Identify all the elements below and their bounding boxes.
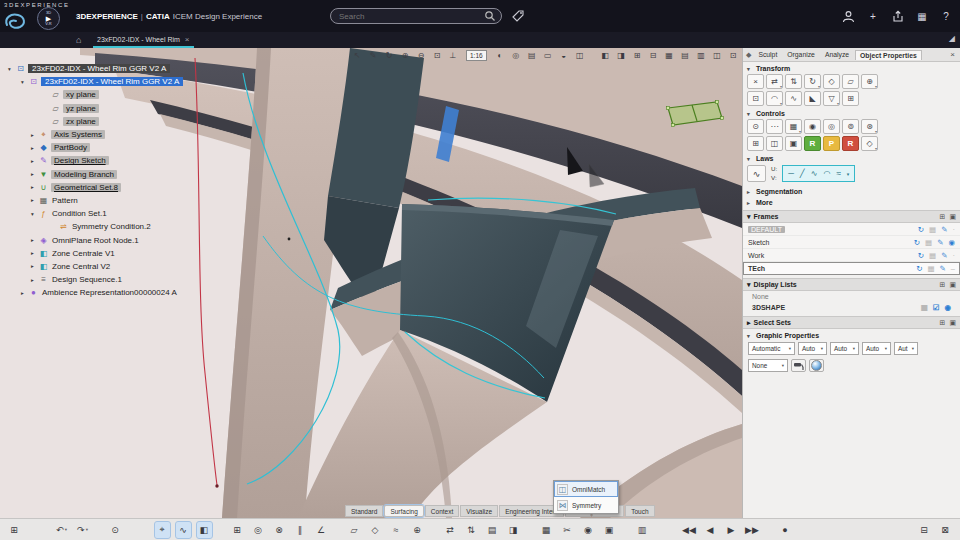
graphic-property-dropdown[interactable]: Auto ▾ <box>798 342 827 355</box>
workbench-tab[interactable]: Context <box>425 505 459 517</box>
law-shape-icon[interactable]: ≈ <box>836 169 840 178</box>
bottom-tool-icon[interactable]: ▣ <box>602 522 617 538</box>
transform-tool-icon[interactable]: ⊞ <box>842 91 859 106</box>
control-tool-icon[interactable]: ⊙ <box>747 119 764 134</box>
search-icon[interactable] <box>484 10 496 22</box>
frame-label[interactable]: Sketch <box>748 239 769 246</box>
viewport-tool-icon[interactable]: ↖ <box>350 49 364 62</box>
transform-tool-icon[interactable]: ⊕▾ <box>861 74 878 89</box>
viewport-display-icon[interactable]: ◒ <box>557 49 571 62</box>
display-lists-section-header[interactable]: ▾ Display Lists ⊞▣ <box>743 278 960 291</box>
control-tool-icon[interactable]: ▦▾ <box>785 119 802 134</box>
bottom-tool-icon[interactable]: ▶ <box>724 522 739 538</box>
display-list-icon[interactable]: ▦ <box>921 303 928 312</box>
tree-item[interactable]: ▾ ƒ Condition Set.1 <box>6 207 183 220</box>
tree-expand-caret[interactable]: ▾ <box>19 79 26 85</box>
panel-tab[interactable]: Analyze <box>821 50 853 60</box>
viewport-window-icon[interactable]: ⊞ <box>630 49 644 62</box>
panel-menu-icon[interactable]: ◆ <box>746 51 751 59</box>
bottom-tool-icon[interactable]: ✂ <box>560 522 575 538</box>
control-tool-icon[interactable]: P <box>823 136 840 151</box>
frame-label[interactable]: Work <box>748 252 764 259</box>
tree-item-label[interactable]: Symmetry Condition.2 <box>71 222 152 231</box>
graphic-property-dropdown[interactable]: Auto ▾ <box>830 342 859 355</box>
tree-item-label[interactable]: Geometrical Set.8 <box>51 183 121 192</box>
viewport-display-icon[interactable]: ◐ <box>493 49 507 62</box>
tree-root-label[interactable]: 23xFD02-IDX - Wheel Rim GGR V2 A <box>28 64 170 73</box>
3dexperience-compass-icon[interactable]: 3D ▶ V.R <box>37 7 60 30</box>
tree-item[interactable]: ▸ ≡ Design Sequence.1 <box>6 273 183 286</box>
transform-tool-icon[interactable]: × <box>747 74 764 89</box>
laws-section-header[interactable]: ▾ Laws <box>743 152 960 163</box>
tree-item-label[interactable]: Axis Systems <box>51 130 105 139</box>
workbench-tab[interactable]: Surfacing <box>384 505 423 517</box>
linetype-dropdown[interactable]: None ▾ <box>748 359 788 372</box>
frame-label[interactable]: TEch <box>748 265 765 272</box>
help-icon[interactable]: ? <box>940 11 952 22</box>
frame-update-icon[interactable]: ↻ <box>916 264 922 273</box>
construction-point[interactable] <box>288 238 291 241</box>
control-tool-icon[interactable]: R <box>804 136 821 151</box>
transform-tool-icon[interactable]: ∿ <box>785 91 802 106</box>
bottom-tool-icon[interactable]: ⊞ <box>230 522 245 538</box>
control-tool-icon[interactable]: ⋯ <box>766 119 783 134</box>
tree-expand-caret[interactable]: ▸ <box>29 237 36 243</box>
section-action-icon[interactable]: ⊞ <box>940 319 946 327</box>
3ds-logo-icon[interactable] <box>3 11 31 30</box>
section-action-icon[interactable]: ▣ <box>949 281 956 289</box>
control-tool-icon[interactable]: ◇▾ <box>861 136 878 151</box>
frame-edit-icon[interactable]: ✎ <box>937 238 943 247</box>
bottom-tool-icon[interactable]: ◇ <box>368 522 383 538</box>
graphic-property-dropdown[interactable]: Automatic ▾ <box>748 342 795 355</box>
bottom-tool-icon[interactable]: ◎ <box>251 522 266 538</box>
frame-edit-icon[interactable]: ✎ <box>940 264 946 273</box>
bottom-tool-icon[interactable]: ⌖ <box>155 522 170 538</box>
flyout-command[interactable]: ◫ OmniMatch <box>554 481 618 497</box>
viewport-tool-icon[interactable]: ✎ <box>366 49 380 62</box>
tree-expand-caret[interactable]: ▸ <box>29 132 36 138</box>
display-list-icon[interactable]: ◉ <box>944 303 951 312</box>
viewport-window-icon[interactable]: ◫ <box>710 49 724 62</box>
tree-item[interactable]: ▸ ▼ Modeling Branch <box>6 168 183 181</box>
graphic-property-dropdown[interactable]: Auto ▾ <box>862 342 891 355</box>
tree-item-label[interactable]: yz plane <box>63 104 99 113</box>
viewport-window-icon[interactable]: ⊡ <box>726 49 740 62</box>
bottom-tool-icon[interactable]: ◀ <box>703 522 718 538</box>
bottom-tool-icon[interactable]: ▤ <box>485 522 500 538</box>
paint-properties-icon[interactable] <box>791 359 806 372</box>
more-section-header[interactable]: ▸ More <box>743 196 960 207</box>
tree-item[interactable]: ▱ yz plane <box>6 102 183 115</box>
document-tab[interactable]: 23xFD02-IDX - Wheel Rim × <box>93 32 194 48</box>
tree-item[interactable]: ▸ ✎ Design Sketch <box>6 154 183 167</box>
bottom-tool-icon[interactable]: ∿ <box>176 522 191 538</box>
graphic-properties-section-header[interactable]: ▾ Graphic Properties <box>743 329 960 340</box>
frame-visibility-icon[interactable]: · <box>953 225 956 234</box>
workspace-expand-icon[interactable]: ◢ <box>949 34 955 43</box>
viewport-display-icon[interactable]: ◫ <box>573 49 587 62</box>
material-sphere-icon[interactable] <box>809 359 824 372</box>
tag-icon[interactable] <box>511 9 525 23</box>
tree-item[interactable]: ▸ ⌖ Axis Systems <box>6 128 183 141</box>
tree-expand-caret[interactable]: ▸ <box>29 171 36 177</box>
tree-item[interactable]: ▱ xy plane <box>6 88 183 101</box>
display-list-icon[interactable]: ☑ <box>933 303 940 312</box>
control-tool-icon[interactable]: ⊞ <box>747 136 764 151</box>
workbench-tab[interactable]: Touch <box>625 505 654 517</box>
transform-tool-icon[interactable]: ▽▾ <box>823 91 840 106</box>
law-shape-icon[interactable]: ─ <box>788 169 794 178</box>
bottom-tool-icon[interactable]: ◧ <box>197 522 212 538</box>
bottom-tool-icon[interactable]: ≈ <box>389 522 404 538</box>
frame-grid-icon[interactable]: ▦ <box>929 225 936 234</box>
frame-update-icon[interactable]: ↻ <box>918 225 924 234</box>
section-action-icon[interactable]: ▣ <box>949 213 956 221</box>
controls-section-header[interactable]: ▾ Controls <box>743 107 960 118</box>
bottom-tool-icon[interactable]: ⊕ <box>410 522 425 538</box>
tree-item[interactable]: ▸ ▦ Pattern <box>6 194 183 207</box>
bottom-tool-icon[interactable]: ∥ <box>293 522 308 538</box>
transform-tool-icon[interactable]: ▱ <box>842 74 859 89</box>
tree-item-label[interactable]: Modeling Branch <box>51 170 117 179</box>
tree-item-label[interactable]: Pattern <box>51 196 79 205</box>
frame-edit-icon[interactable]: ✎ <box>941 251 947 260</box>
law-shape-icon[interactable]: ◠ <box>823 169 830 178</box>
viewport-tool-icon[interactable]: ⊕ <box>398 49 412 62</box>
